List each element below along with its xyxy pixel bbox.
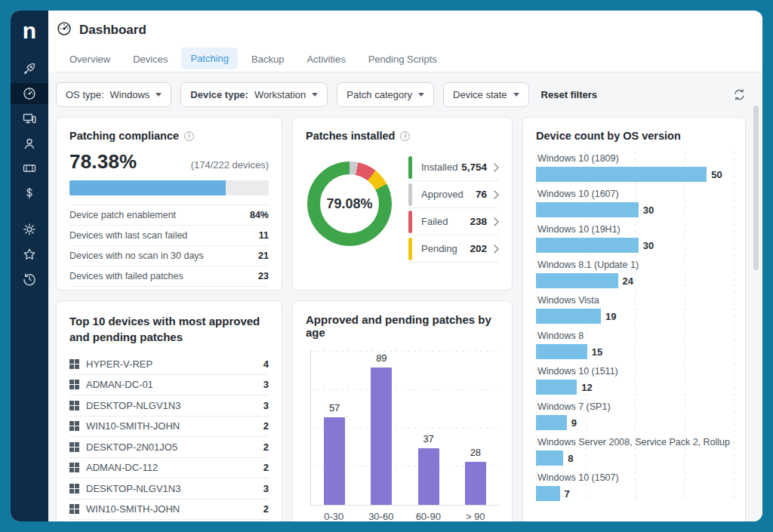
- legend-row-installed[interactable]: Installed 5,754: [408, 154, 499, 181]
- user-icon: [22, 136, 37, 151]
- compliance-progress-fill: [69, 180, 226, 195]
- patches-donut-chart: 79.08%: [307, 161, 392, 246]
- bar: [536, 486, 560, 501]
- device-row-desktop-2n01jo5[interactable]: DESKTOP-2N01JO5 2: [69, 437, 269, 458]
- windows-icon: [69, 484, 79, 494]
- legend-color-bar: [408, 156, 412, 179]
- stat-row-devices-with-failed-patches[interactable]: Devices with failed patches23: [69, 266, 269, 287]
- age-bar-0-30: 57: [311, 351, 358, 505]
- sidebar-item-dashboard[interactable]: [11, 83, 48, 104]
- chevron-down-icon: [513, 93, 519, 97]
- sidebar-item-administration[interactable]: [11, 219, 48, 240]
- os-bar-list: Windows 10 (1809) 50Windows 10 (1607) 30…: [536, 152, 735, 501]
- filter-chip-os-type[interactable]: OS type: Windows: [56, 82, 171, 107]
- tab-patching[interactable]: Patching: [181, 48, 238, 69]
- windows-icon: [69, 380, 79, 389]
- chevron-right-icon: [494, 190, 499, 199]
- patching-compliance-card: Patching compliance i 78.38% (174/222 de…: [56, 117, 282, 291]
- bar: [536, 238, 639, 253]
- chevron-right-icon: [494, 163, 499, 172]
- gauge-icon: [22, 86, 37, 101]
- compliance-title: Patching compliance: [69, 130, 179, 142]
- windows-icon: [69, 463, 79, 472]
- history-icon: [22, 272, 37, 287]
- legend-row-pending[interactable]: Pending 202: [408, 235, 499, 263]
- os-bar-windows-10-1607-: Windows 10 (1607) 30: [536, 189, 735, 217]
- page-scrollbar-thumb[interactable]: [753, 106, 759, 270]
- filter-chip-device-state[interactable]: Device state: [443, 82, 529, 107]
- bar: [536, 380, 577, 395]
- chevron-down-icon: [312, 93, 318, 97]
- tab-backup[interactable]: Backup: [242, 48, 293, 72]
- sidebar-item-customers[interactable]: [11, 133, 48, 154]
- windows-icon: [69, 504, 79, 514]
- patches-installed-card: Patches installed i 79.08% Installed 5: [292, 117, 513, 291]
- compliance-progress-bar: [69, 180, 269, 195]
- device-row-desktop-nlgv1n3[interactable]: DESKTOP-NLGV1N3 3: [69, 395, 269, 417]
- patch-age-card: Approved and pending patches by age 57 8…: [292, 300, 513, 521]
- info-icon[interactable]: i: [400, 131, 410, 141]
- stat-row-device-patch-enablement[interactable]: Device patch enablement84%: [69, 205, 269, 226]
- donut-center-percent: 79.08%: [326, 196, 372, 212]
- content-body: OS type: WindowsDevice type: Workstation…: [48, 72, 762, 521]
- sidebar-item-getting-started[interactable]: [11, 58, 48, 79]
- os-bar-windows-10-1511-: Windows 10 (1511) 12: [536, 366, 735, 395]
- x-tick: 0-30: [310, 511, 358, 521]
- os-bar-windows-vista: Windows Vista 19: [536, 295, 735, 324]
- legend-color-bar: [408, 183, 412, 206]
- compliance-stats-list: Device patch enablement84%Devices with l…: [69, 204, 269, 287]
- sidebar-item-favorites[interactable]: [11, 244, 48, 265]
- windows-icon: [69, 359, 79, 369]
- legend-color-bar: [408, 238, 412, 260]
- device-row-adman-dc-01[interactable]: ADMAN-DC-01 3: [69, 375, 269, 396]
- x-axis-ticks: 0-3030-6060-90> 90: [310, 511, 499, 521]
- bar: [324, 417, 345, 505]
- sidebar: n: [11, 11, 48, 521]
- device-row-adman-dc-112[interactable]: ADMAN-DC-112 2: [69, 458, 269, 479]
- bar: [465, 462, 486, 505]
- chevron-right-icon: [494, 217, 499, 226]
- chevron-down-icon: [418, 93, 424, 97]
- bar: [418, 448, 439, 505]
- bar: [536, 344, 587, 359]
- stat-row-devices-with-no-scan-in-30-days[interactable]: Devices with no scan in 30 days21: [69, 246, 269, 266]
- info-icon[interactable]: i: [184, 131, 194, 141]
- ticket-icon: [22, 161, 37, 176]
- tab-activities[interactable]: Activities: [297, 48, 354, 72]
- legend-row-approved[interactable]: Approved 76: [408, 181, 499, 208]
- reset-filters-button[interactable]: Reset filters: [541, 89, 597, 100]
- devices-icon: [22, 111, 37, 126]
- os-bar-windows-server-2008-service-pack-2-rollup: Windows Server 2008, Service Pack 2, Rol…: [536, 437, 735, 466]
- patch-age-chart: 57 89 37 28 0-3030-6060-90> 90 Days: [306, 351, 499, 521]
- filter-chip-device-type[interactable]: Device type: Workstation: [180, 82, 328, 107]
- filter-bar: OS type: WindowsDevice type: Workstation…: [56, 82, 746, 107]
- page-header: Dashboard OverviewDevicesPatchingBackupA…: [48, 11, 762, 72]
- age-bar-60-90: 37: [405, 351, 452, 505]
- legend-row-failed[interactable]: Failed 238: [408, 208, 499, 235]
- tab-devices[interactable]: Devices: [124, 48, 177, 72]
- device-row-desktop-nlgv1n3[interactable]: DESKTOP-NLGV1N3 3: [69, 478, 269, 500]
- device-row-win10-smith-john[interactable]: WIN10-SMITH-JOHN 2: [69, 500, 269, 521]
- x-tick: 60-90: [405, 511, 452, 521]
- bar: [536, 202, 639, 217]
- star-icon: [22, 247, 37, 262]
- ninja-logo[interactable]: n: [23, 20, 36, 42]
- sidebar-item-billing[interactable]: [11, 183, 48, 204]
- patches-legend: Installed 5,754 Approved 76 Failed 238 P…: [408, 154, 499, 263]
- chevron-right-icon: [494, 244, 499, 254]
- legend-color-bar: [408, 211, 412, 233]
- sidebar-item-ticketing[interactable]: [11, 158, 48, 179]
- top-devices-title: Top 10 devices with most approved and pe…: [69, 313, 269, 345]
- refresh-icon[interactable]: [733, 88, 746, 101]
- patches-installed-title: Patches installed: [306, 130, 395, 142]
- dashboard-gauge-icon: [56, 20, 72, 40]
- sidebar-item-devices[interactable]: [11, 108, 48, 129]
- device-row-win10-smith-john[interactable]: WIN10-SMITH-JOHN 2: [69, 417, 269, 438]
- os-version-card: Device count by OS version Windows 10 (1…: [522, 117, 746, 521]
- tab-overview[interactable]: Overview: [60, 48, 119, 72]
- device-row-hyper-v-rep[interactable]: HYPER-V-REP 4: [69, 354, 269, 375]
- tab-pending-scripts[interactable]: Pending Scripts: [359, 48, 446, 72]
- sidebar-item-recent[interactable]: [11, 269, 48, 290]
- filter-chip-patch-category[interactable]: Patch category: [337, 82, 434, 107]
- stat-row-devices-with-last-scan-failed[interactable]: Devices with last scan failed11: [69, 226, 269, 246]
